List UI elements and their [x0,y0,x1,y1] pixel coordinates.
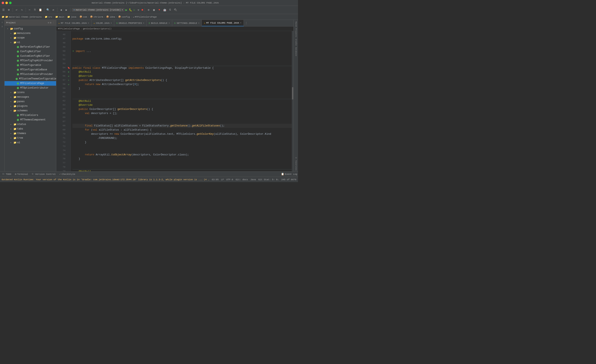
tree-item-messages[interactable]: ▸ 📁 messages [5,95,56,99]
bottom-tab-todo[interactable]: 6: TODO [1,172,13,177]
tree-item-before-config[interactable]: ▸ ⬤ BeforeConfigNotifier [5,45,56,49]
breadcrumb-file[interactable]: ☕ MTFileColorsPage [133,15,157,18]
tab-close-color[interactable]: × [111,22,112,24]
tree-item-icons[interactable]: ▸ 📁 icons [5,90,56,95]
maximize-button[interactable] [9,2,12,4]
tree-item-mt-themes-component[interactable]: ▸ ⬤ MTThemesComponent [5,118,56,122]
gradle-icon[interactable]: G [168,8,172,12]
heartbeat-icon[interactable]: ♥ [157,8,162,12]
project-icon[interactable]: ⊞ [7,8,11,12]
tree-item-mt-file-colors-page[interactable]: ▸ ⬤ MTFileColorsPage [5,81,56,86]
tree-item-panes[interactable]: ▸ 📁 panes [5,99,56,104]
status-lf[interactable]: LF [221,178,224,181]
coverage-button[interactable]: ▷ [134,8,135,12]
back-icon[interactable]: ◀ [59,8,63,12]
tab-close-gradle-properties[interactable]: × [143,22,144,24]
editor-scrollbar[interactable] [292,31,293,171]
status-git[interactable]: Git: docs [236,178,248,181]
tree-item-schemes[interactable]: ▾ 📂 schemes [5,108,56,113]
tab-color[interactable]: ☕ COLOR.JAVA × [91,20,114,26]
run-button[interactable]: ▶ [125,8,127,12]
tab-gradle-properties[interactable]: G GRADLE.PROPERTIES × [114,20,147,26]
editor-breadcrumb-class[interactable]: MTFileColorsPage [58,28,80,30]
tree-item-ui-2[interactable]: ▸ 📁 ui [5,140,56,145]
panel-icon-structure[interactable]: 2 [0,25,4,29]
editor-breadcrumb-method[interactable]: getColorDescriptors() [83,28,112,30]
hamburger-icon[interactable]: ☰ [1,8,6,12]
debug-button[interactable]: 🐛 [128,8,133,12]
bottom-tab-version-control[interactable]: 9: Version Control [30,172,57,177]
paste-icon[interactable]: 📋 [38,8,43,12]
favorites-label[interactable]: 2: Favorites [295,156,297,171]
panel-icon-1[interactable]: 1 [0,21,4,24]
window-controls[interactable] [2,2,12,4]
breadcrumb-root[interactable]: 📂 material-theme-jetbrains [5,15,42,18]
stop-button[interactable]: ■ [142,8,143,12]
status-encoding[interactable]: UTF-8 [226,178,233,181]
breadcrumb-src[interactable]: 📁 src [45,15,52,18]
build-button[interactable]: ⚒ [136,8,141,12]
event-log[interactable]: 📋 Event Log [281,173,297,176]
database-label[interactable]: Database [295,46,297,57]
plugins-icon[interactable]: 🔌 [173,8,178,12]
forward-icon[interactable]: ▶ [64,8,69,12]
run-configuration[interactable]: ● material-theme-jetbrains [runIde] ▾ [72,8,125,12]
tree-item-config-notifier[interactable]: ▸ ⬤ ConfigNotifier [5,49,56,54]
bottom-tab-terminal[interactable]: ⊟ Terminal [13,172,30,177]
tree-item-mt-config-top[interactable]: ▸ ⬤ MTConfigTopHitProvider [5,58,56,63]
breadcrumb-main[interactable]: 📁 main [55,15,64,18]
copy-icon[interactable]: ⎘ [33,8,37,12]
tab-build-gradle[interactable]: G BUILD.GRADLE × [147,20,172,26]
tree-item-config[interactable]: ▾ 📂 config [5,27,56,31]
settings-icon[interactable]: ⚙ [146,8,151,12]
gradle-label[interactable]: Gradle [295,38,297,46]
maven-projects-label[interactable]: Maven Projects [295,21,297,38]
redo-icon[interactable]: ↪ [20,8,24,12]
tree-item-status[interactable]: ▸ 📁 status [5,122,56,127]
breadcrumb-java[interactable]: 📁 java [67,15,76,18]
status-warning-text[interactable]: Outdated Kotlin Runtime: Your version of… [2,178,210,181]
find-icon[interactable]: 🔍 [46,8,50,12]
status-position[interactable]: 63:95 [212,178,218,181]
android-icon[interactable]: 🤖 [163,8,167,12]
tree-item-tree[interactable]: ▸ 📁 tree [5,136,56,140]
undo-icon[interactable]: ↩ [14,8,19,12]
minimize-button[interactable] [5,2,8,4]
project-expand-icon[interactable]: ⊞ [50,21,51,24]
tab-mt-file-colors[interactable]: ☕ MT FILE COLORS.JAVA × [56,20,91,26]
cut-icon[interactable]: ✂ [27,8,32,12]
tree-item-mt-custom-theme[interactable]: ▸ ⬤ MTCustomThemeConfigurable [5,77,56,81]
editor-scrollbar-thumb[interactable] [292,87,293,100]
tab-mt-file-colors-page[interactable]: ☕ MT FILE COLORS PAGE.JAVA × [202,20,244,26]
tree-item-plugins[interactable]: ▸ 📁 plugins [5,104,56,108]
tab-close-build-gradle[interactable]: × [168,22,170,24]
breadcrumb-chrisrm[interactable]: 📦 chrisrm [90,15,103,18]
status-git-stat[interactable]: Git Stat: 5↑ 0↓ [258,178,279,181]
code-content[interactable]: package com.chrisrm.idea.config; + impor… [71,31,292,171]
find-replace-icon[interactable]: ⇄ [51,8,56,12]
tree-item-mt-option[interactable]: ▸ ⬤ MTOptionContributor [5,86,56,90]
breadcrumb-config[interactable]: 📦 config [118,15,130,18]
bottom-tab-checkstyle[interactable]: ✓ CheckStyle [58,172,77,177]
tree-item-mt-configurable[interactable]: ▸ ⬤ MTConfigurable [5,63,56,67]
tree-item-mt-file-colors[interactable]: ▸ ⬤ MTFileColors [5,113,56,118]
tab-close-mt-file-colors-page[interactable]: × [240,22,241,24]
tree-item-custom-config[interactable]: ▸ ⬤ CustomConfigNotifier [5,54,56,58]
tree-item-menuicons[interactable]: ▸ 📁 menuicons [5,31,56,36]
breadcrumb-com[interactable]: 📦 com [80,15,87,18]
tree-item-mt-configurable-base[interactable]: ▸ ⬤ MTConfigurableBase [5,67,56,72]
tab-settings-gradle[interactable]: G SETTINGS.GRADLE × [172,20,202,26]
tree-item-themes[interactable]: ▸ 📁 themes [5,131,56,136]
tab-close-settings-gradle[interactable]: × [198,22,200,24]
project-settings-icon[interactable]: ⚙ [48,21,49,24]
tab-close-mt-file-colors[interactable]: × [88,22,89,24]
status-lines[interactable]: 245 of 6676 [281,178,296,181]
project-options-icon[interactable]: ⋮ [52,21,54,24]
status-lang[interactable]: Java [250,178,256,181]
tree-item-ui-1[interactable]: ▸ 📁 ui [5,40,56,45]
breadcrumb-idea[interactable]: 📦 idea [106,15,115,18]
close-button[interactable] [2,2,4,4]
tree-item-mt-custom-colors[interactable]: ▸ ⬤ MTCustomColorsProvider [5,72,56,77]
tree-item-tabs[interactable]: ▸ 📁 tabs [5,127,56,131]
layout-icon[interactable]: ▦ [152,8,156,12]
